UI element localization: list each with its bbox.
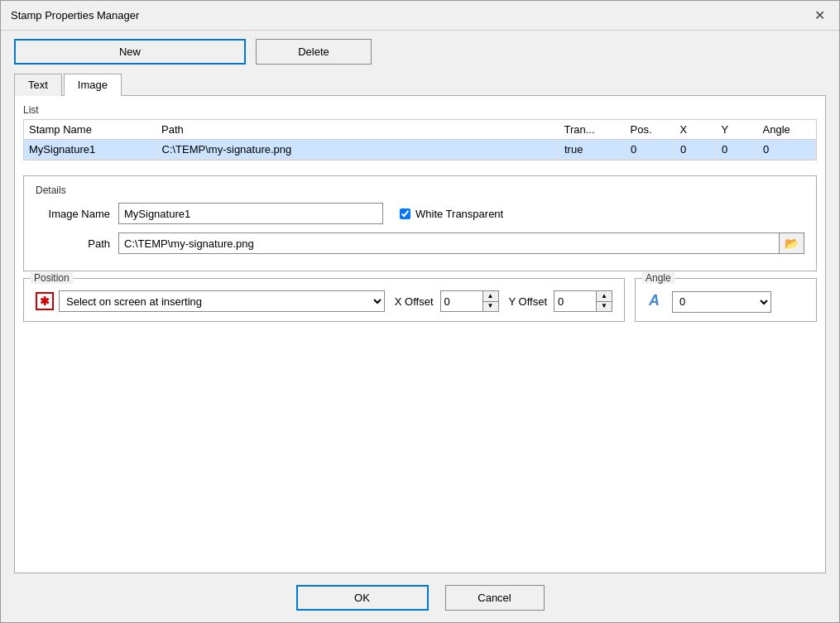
path-input[interactable] xyxy=(118,232,780,254)
y-offset-label: Y Offset xyxy=(509,295,548,308)
position-dropdown-wrapper: ✱ Select on screen at insertingTop LeftT… xyxy=(36,290,385,312)
details-section: Details Image Name White Transparent Pat… xyxy=(23,175,817,271)
stamp-properties-dialog: Stamp Properties Manager ✕ New Delete Te… xyxy=(0,0,840,623)
tab-image[interactable]: Image xyxy=(64,74,122,96)
angle-section: Angle A 090180270 xyxy=(635,278,817,322)
tab-bar: Text Image xyxy=(1,73,839,95)
list-label: List xyxy=(23,104,817,116)
tab-text[interactable]: Text xyxy=(14,74,62,96)
x-offset-input[interactable] xyxy=(441,291,482,311)
table-cell-pos: 0 xyxy=(626,140,675,160)
browse-button[interactable]: 📂 xyxy=(780,232,804,254)
white-transparent-label[interactable]: White Transparent xyxy=(415,208,503,220)
angle-icon: A xyxy=(647,290,665,313)
table-cell-x: 0 xyxy=(675,140,717,160)
y-offset-spin-down[interactable]: ▼ xyxy=(597,302,612,312)
table-cell-angle: 0 xyxy=(758,140,816,160)
y-offset-input-wrapper: ▲ ▼ xyxy=(554,290,612,312)
x-offset-spin: ▲ ▼ xyxy=(482,291,498,311)
y-offset-group: Y Offset ▲ ▼ xyxy=(509,290,613,312)
x-offset-label: X Offset xyxy=(395,295,434,308)
tab-content-image: List Stamp Name Path Tran... Pos. X Y An… xyxy=(14,95,826,573)
position-select-icon: ✱ xyxy=(36,292,54,310)
angle-inner: A 090180270 xyxy=(647,290,804,313)
col-header-pos: Pos. xyxy=(626,120,675,140)
y-offset-spin: ▲ ▼ xyxy=(596,291,612,311)
table-cell-path: C:\TEMP\my-signature.png xyxy=(156,140,559,160)
path-input-group: 📂 xyxy=(118,232,804,254)
col-header-path: Path xyxy=(156,120,559,140)
path-label: Path xyxy=(36,237,110,250)
cancel-button[interactable]: Cancel xyxy=(445,585,545,611)
table-cell-y: 0 xyxy=(717,140,758,160)
close-button[interactable]: ✕ xyxy=(809,6,829,26)
bottom-sections: Position ✱ Select on screen at inserting… xyxy=(23,278,817,322)
col-header-y: Y xyxy=(717,120,758,140)
position-section: Position ✱ Select on screen at inserting… xyxy=(23,278,625,322)
details-legend: Details xyxy=(36,185,804,196)
path-row: Path 📂 xyxy=(36,232,804,254)
position-inner: ✱ Select on screen at insertingTop LeftT… xyxy=(36,290,612,312)
table-body: MySignature1C:\TEMP\my-signature.pngtrue… xyxy=(24,140,816,160)
folder-icon: 📂 xyxy=(785,237,799,250)
x-offset-group: X Offset ▲ ▼ xyxy=(395,290,499,312)
dialog-footer: OK Cancel xyxy=(1,573,839,622)
x-offset-spin-up[interactable]: ▲ xyxy=(483,291,498,302)
y-offset-input[interactable] xyxy=(554,291,596,311)
position-legend: Position xyxy=(31,272,73,284)
new-button[interactable]: New xyxy=(14,39,246,65)
white-transparent-checkbox[interactable] xyxy=(400,208,410,219)
x-offset-input-wrapper: ▲ ▼ xyxy=(440,290,499,312)
toolbar: New Delete xyxy=(1,31,839,73)
table-cell-stamp_name: MySignature1 xyxy=(24,140,156,160)
image-name-label: Image Name xyxy=(36,208,110,220)
title-bar: Stamp Properties Manager ✕ xyxy=(1,1,839,31)
dialog-title: Stamp Properties Manager xyxy=(11,9,139,22)
table-header-row: Stamp Name Path Tran... Pos. X Y Angle xyxy=(24,120,816,140)
stamp-table-wrapper[interactable]: Stamp Name Path Tran... Pos. X Y Angle M… xyxy=(23,119,817,161)
table-row[interactable]: MySignature1C:\TEMP\my-signature.pngtrue… xyxy=(24,140,816,160)
col-header-stamp-name: Stamp Name xyxy=(24,120,156,140)
svg-text:A: A xyxy=(648,292,660,309)
table-cell-transparent: true xyxy=(559,140,626,160)
list-section: List Stamp Name Path Tran... Pos. X Y An… xyxy=(23,104,817,169)
delete-button[interactable]: Delete xyxy=(256,39,372,65)
position-select[interactable]: Select on screen at insertingTop LeftTop… xyxy=(59,290,385,312)
white-transparent-row: White Transparent xyxy=(400,208,503,220)
col-header-x: X xyxy=(675,120,717,140)
col-header-transparent: Tran... xyxy=(559,120,626,140)
stamp-table: Stamp Name Path Tran... Pos. X Y Angle M… xyxy=(24,120,816,160)
x-offset-spin-down[interactable]: ▼ xyxy=(483,302,498,312)
angle-select[interactable]: 090180270 xyxy=(672,291,771,313)
image-name-row: Image Name White Transparent xyxy=(36,203,804,224)
ok-button[interactable]: OK xyxy=(296,585,429,611)
y-offset-spin-up[interactable]: ▲ xyxy=(597,291,612,302)
angle-legend: Angle xyxy=(642,272,674,284)
image-name-input[interactable] xyxy=(118,203,383,224)
col-header-angle: Angle xyxy=(758,120,816,140)
